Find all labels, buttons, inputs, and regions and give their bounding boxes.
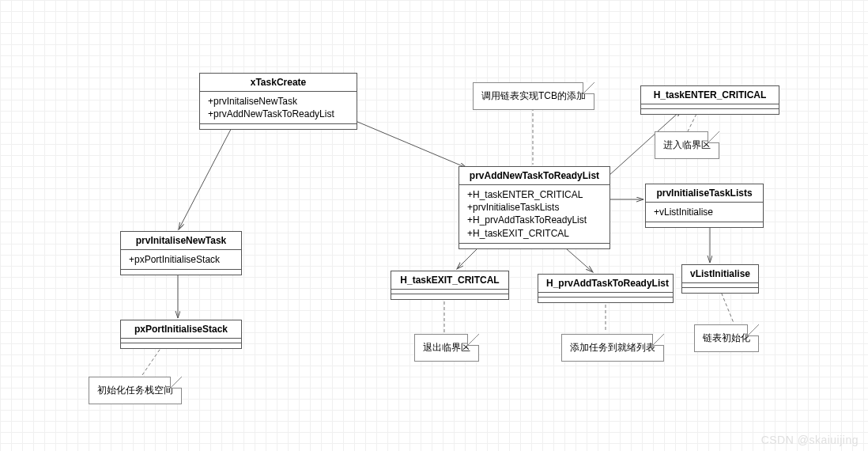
class-title: prvInitaliseNewTask [121, 232, 241, 250]
svg-line-3 [142, 345, 163, 375]
note-add-ready: 添加任务到就绪列表 [561, 334, 664, 362]
class-xTaskCreate: xTaskCreate +prvInitaliseNewTask +prvAdd… [199, 73, 357, 130]
class-title: prvInitialiseTaskLists [646, 184, 763, 203]
class-title: H_taskEXIT_CRITCAL [391, 271, 508, 290]
class-methods: +vListInitialise [646, 203, 763, 222]
note-enter-critical: 进入临界区 [655, 131, 719, 159]
note-list-init: 链表初始化 [694, 324, 759, 352]
class-title: prvAddNewTaskToReadyList [459, 167, 609, 185]
class-title: vListInitialise [682, 265, 758, 283]
class-H_taskEXIT_CRITCAL: H_taskEXIT_CRITCAL [391, 271, 509, 300]
svg-line-0 [179, 117, 237, 229]
class-title: H_prvAddTaskToReadyList [538, 275, 673, 293]
class-methods: +pxPortInitialiseStack [121, 250, 241, 270]
class-title: pxPortInitialiseStack [121, 320, 241, 339]
class-prvAddNewTaskToReadyList: prvAddNewTaskToReadyList +H_taskENTER_CR… [459, 166, 610, 249]
class-prvInitialiseTaskLists: prvInitialiseTaskLists +vListInitialise [645, 184, 764, 228]
note-tcb: 调用链表实现TCB的添加 [473, 82, 594, 110]
svg-line-1 [346, 117, 466, 168]
class-methods: +prvInitaliseNewTask +prvAddNewTaskToRea… [200, 92, 357, 124]
class-vListInitialise: vListInitialise [681, 264, 759, 294]
watermark: CSDN @skaiuijing [761, 434, 859, 446]
class-pxPortInitialiseStack: pxPortInitialiseStack [120, 320, 242, 349]
note-exit-critical: 退出临界区 [414, 334, 479, 362]
class-H_taskENTER_CRITICAL: H_taskENTER_CRITICAL [640, 85, 779, 115]
class-prvInitaliseNewTask: prvInitaliseNewTask +pxPortInitialiseSta… [120, 231, 242, 275]
note-stack-init: 初始化任务栈空间 [89, 377, 182, 404]
class-methods: +H_taskENTER_CRITICAL +prvInitialiseTask… [459, 185, 609, 244]
class-title: xTaskCreate [200, 74, 357, 92]
class-H_prvAddTaskToReadyList: H_prvAddTaskToReadyList [538, 274, 674, 303]
class-title: H_taskENTER_CRITICAL [641, 86, 779, 104]
